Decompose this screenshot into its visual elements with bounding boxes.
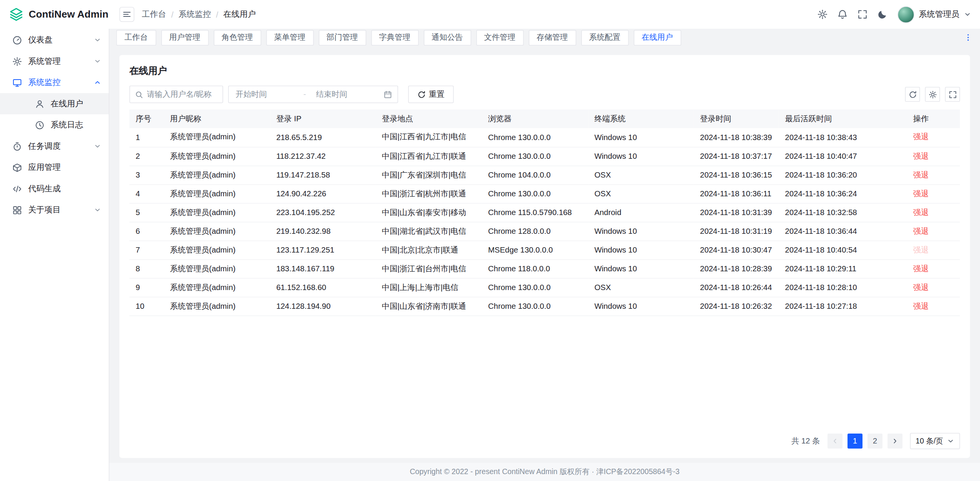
reset-button-label: 重置 <box>429 89 444 100</box>
breadcrumb-item[interactable]: 系统监控 <box>178 9 211 20</box>
cell-login-time: 2024-11-18 10:38:39 <box>694 128 779 147</box>
cell-last-active: 2024-11-18 10:38:43 <box>779 128 907 147</box>
cell-login-time: 2024-11-18 10:36:15 <box>694 166 779 184</box>
cell-action: 强退 <box>907 128 960 147</box>
sidebar-item-system-logs[interactable]: 系统日志 <box>0 114 109 136</box>
sidebar-item-about-project[interactable]: 关于项目 <box>0 199 109 221</box>
cell-last-active: 2024-11-18 10:28:10 <box>779 278 907 297</box>
tab-label: 工作台 <box>124 32 148 43</box>
screen: ContiNew Admin 工作台 / 系统监控 / 在线用户 <box>0 0 980 481</box>
force-logout-button[interactable]: 强退 <box>913 189 929 198</box>
tab-item[interactable]: 在线用户 <box>634 30 681 46</box>
sidebar-item-app-management[interactable]: 应用管理 <box>0 157 109 178</box>
tab-overflow-button[interactable] <box>961 31 975 44</box>
cell-location: 中国|山东省|泰安市|移动 <box>376 203 482 222</box>
force-logout-button[interactable]: 强退 <box>913 302 929 310</box>
sidebar-item-label: 系统日志 <box>51 119 83 130</box>
cell-login-time: 2024-11-18 10:26:32 <box>694 297 779 316</box>
force-logout-button[interactable]: 强退 <box>913 133 929 142</box>
pagination: 共 12 条 12 10 条/页 <box>129 426 960 449</box>
logo-icon <box>9 7 24 22</box>
force-logout-button[interactable]: 强退 <box>913 170 929 179</box>
tab-item[interactable]: 用户管理 <box>161 30 208 46</box>
table-fullscreen-button[interactable] <box>945 87 960 102</box>
tab-item[interactable]: 通知公告 <box>423 30 471 46</box>
tab-item[interactable]: 文件管理 <box>476 30 523 46</box>
tab-item[interactable]: 部门管理 <box>318 30 366 46</box>
refresh-icon <box>908 90 916 98</box>
user-menu[interactable]: 系统管理员 <box>897 6 971 23</box>
tab-bar: 工作台 用户管理 角色管理 菜单管理 部门管理 字典管理 通知公告 文件管理 存… <box>109 29 980 46</box>
sidebar-collapse-button[interactable] <box>119 7 134 22</box>
table-row: 1 系统管理员(admin) 218.65.5.219 中国|江西省|九江市|电… <box>129 128 960 147</box>
calendar-icon <box>384 90 392 98</box>
prev-page-button[interactable] <box>828 434 843 448</box>
tab-item[interactable]: 角色管理 <box>214 30 261 46</box>
cell-nickname: 系统管理员(admin) <box>164 222 270 241</box>
force-logout-button[interactable]: 强退 <box>913 283 929 292</box>
page-number-button[interactable]: 2 <box>867 434 882 448</box>
tab-item[interactable]: 菜单管理 <box>266 30 314 46</box>
sidebar-item-system-monitor[interactable]: 系统监控 <box>0 72 109 93</box>
search-field[interactable] <box>129 86 223 103</box>
force-logout-button[interactable]: 强退 <box>913 264 929 273</box>
force-logout-button[interactable]: 强退 <box>913 245 929 254</box>
sidebar-item-label: 系统管理 <box>28 55 60 67</box>
search-input[interactable] <box>147 90 217 99</box>
reset-button[interactable]: 重置 <box>408 86 454 103</box>
search-icon <box>135 90 143 98</box>
date-range-picker[interactable]: 开始时间 - 结束时间 <box>228 86 398 103</box>
page-size-select[interactable]: 10 条/页 <box>910 433 960 449</box>
table-refresh-button[interactable] <box>905 87 920 102</box>
next-page-button[interactable] <box>887 434 902 448</box>
filter-toolbar: 开始时间 - 结束时间 重置 <box>129 86 960 103</box>
tab-label: 文件管理 <box>484 32 515 43</box>
tab-item[interactable]: 系统配置 <box>581 30 629 46</box>
notifications-button[interactable] <box>838 9 848 19</box>
breadcrumb-item-current: 在线用户 <box>223 9 256 20</box>
force-logout-button[interactable]: 强退 <box>913 152 929 160</box>
sidebar-item-label: 代码生成 <box>28 183 60 194</box>
tab-item[interactable]: 存储管理 <box>528 30 576 46</box>
tab-label: 在线用户 <box>642 32 673 43</box>
breadcrumb: 工作台 / 系统监控 / 在线用户 <box>142 9 256 20</box>
cell-browser: Chrome 115.0.5790.168 <box>482 203 588 222</box>
cell-action: 强退 <box>907 203 960 222</box>
settings-button[interactable] <box>818 9 828 19</box>
page-size-value: 10 条/页 <box>916 436 943 447</box>
theme-toggle-button[interactable] <box>877 9 887 19</box>
sidebar-item-online-users[interactable]: 在线用户 <box>0 93 109 114</box>
cell-ip: 183.148.167.119 <box>270 259 376 278</box>
chevron-down-icon <box>94 57 101 65</box>
table-body: 1 系统管理员(admin) 218.65.5.219 中国|江西省|九江市|电… <box>129 128 960 316</box>
cell-action: 强退 <box>907 297 960 316</box>
force-logout-button[interactable]: 强退 <box>913 208 929 217</box>
cell-login-time: 2024-11-18 10:36:11 <box>694 184 779 203</box>
tab-item[interactable]: 字典管理 <box>371 30 418 46</box>
cell-action: 强退 <box>907 166 960 184</box>
cell-last-active: 2024-11-18 10:32:58 <box>779 203 907 222</box>
sidebar-item-task-scheduler[interactable]: 任务调度 <box>0 135 109 157</box>
gear-icon <box>928 90 936 98</box>
cell-index: 6 <box>129 222 164 241</box>
force-logout-button[interactable]: 强退 <box>913 227 929 235</box>
sidebar-item-code-generation[interactable]: 代码生成 <box>0 178 109 199</box>
date-end-placeholder: 结束时间 <box>306 89 384 100</box>
column-header: 登录时间 <box>694 109 779 128</box>
cell-ip: 119.147.218.58 <box>270 166 376 184</box>
tab-item[interactable]: 工作台 <box>116 30 156 46</box>
chevron-down-icon <box>94 206 101 214</box>
sidebar-item-system-management[interactable]: 系统管理 <box>0 51 109 72</box>
cell-ip: 123.117.129.251 <box>270 241 376 259</box>
fullscreen-button[interactable] <box>858 9 867 19</box>
user-icon <box>35 99 44 108</box>
page-number-button[interactable]: 1 <box>848 434 862 448</box>
cell-action: 强退 <box>907 184 960 203</box>
cell-ip: 124.128.194.90 <box>270 297 376 316</box>
table-row: 10 系统管理员(admin) 124.128.194.90 中国|山东省|济南… <box>129 297 960 316</box>
sidebar-item-dashboard[interactable]: 仪表盘 <box>0 29 109 51</box>
table-settings-button[interactable] <box>925 87 940 102</box>
breadcrumb-item[interactable]: 工作台 <box>142 9 167 20</box>
chevron-down-icon <box>947 437 954 445</box>
header-main: 工作台 / 系统监控 / 在线用户 <box>109 0 980 29</box>
